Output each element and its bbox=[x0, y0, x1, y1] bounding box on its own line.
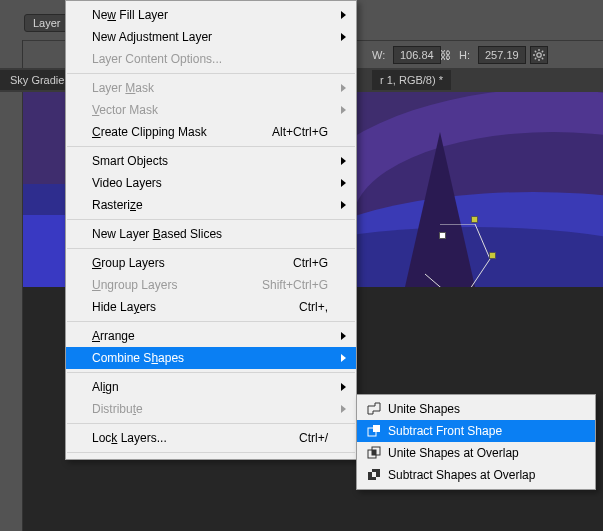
menu-item: Vector Mask bbox=[66, 99, 356, 121]
submenu-arrow-icon bbox=[341, 405, 346, 413]
menu-shortcut: Ctrl+/ bbox=[299, 431, 328, 445]
menu-item-label: Vector Mask bbox=[92, 103, 158, 117]
svg-point-0 bbox=[537, 52, 541, 56]
menu-item-label: New Adjustment Layer bbox=[92, 30, 212, 44]
menu-separator bbox=[67, 73, 355, 74]
menu-item: Ungroup LayersShift+Ctrl+G bbox=[66, 274, 356, 296]
menu-item[interactable]: Video Layers bbox=[66, 172, 356, 194]
menu-item-label: New Fill Layer bbox=[92, 8, 168, 22]
menu-item-label: Layer Mask bbox=[92, 81, 154, 95]
svg-line-8 bbox=[542, 50, 543, 51]
layer-menu-button[interactable]: Layer bbox=[24, 14, 70, 32]
submenu-arrow-icon bbox=[341, 201, 346, 209]
menu-item-label: Video Layers bbox=[92, 176, 162, 190]
menu-separator bbox=[67, 146, 355, 147]
svg-line-6 bbox=[542, 57, 543, 58]
submenu-arrow-icon bbox=[341, 106, 346, 114]
menu-item[interactable]: Create Clipping MaskAlt+Ctrl+G bbox=[66, 121, 356, 143]
menu-item-label: Arrange bbox=[92, 329, 135, 343]
submenu-item[interactable]: Unite Shapes at Overlap bbox=[357, 442, 595, 464]
menu-item[interactable]: Lock Layers...Ctrl+/ bbox=[66, 427, 356, 449]
intersect-icon bbox=[367, 446, 381, 460]
menu-separator bbox=[67, 219, 355, 220]
submenu-item[interactable]: Unite Shapes bbox=[357, 398, 595, 420]
menu-item: Layer Content Options... bbox=[66, 48, 356, 70]
svg-line-7 bbox=[535, 57, 536, 58]
combine-shapes-submenu: Unite ShapesSubtract Front ShapeUnite Sh… bbox=[356, 394, 596, 490]
menu-item[interactable]: New Adjustment Layer bbox=[66, 26, 356, 48]
anchor-point-selected[interactable] bbox=[439, 232, 446, 239]
menu-item[interactable]: Rasterize bbox=[66, 194, 356, 216]
submenu-item-label: Unite Shapes bbox=[388, 402, 460, 416]
menu-item-label: Layer Content Options... bbox=[92, 52, 222, 66]
menu-shortcut: Ctrl+G bbox=[293, 256, 328, 270]
layer-context-menu: New Fill LayerNew Adjustment LayerLayer … bbox=[65, 0, 357, 460]
unite-icon bbox=[367, 402, 381, 416]
menu-item-label: Distribute bbox=[92, 402, 143, 416]
menu-item-label: Create Clipping Mask bbox=[92, 125, 207, 139]
menu-item-label: Group Layers bbox=[92, 256, 165, 270]
menu-item-label: Smart Objects bbox=[92, 154, 168, 168]
menu-item[interactable]: Hide LayersCtrl+, bbox=[66, 296, 356, 318]
menu-item-label: Ungroup Layers bbox=[92, 278, 177, 292]
subtract-icon bbox=[367, 424, 381, 438]
gear-icon[interactable] bbox=[530, 46, 548, 64]
svg-rect-16 bbox=[372, 472, 376, 477]
submenu-arrow-icon bbox=[341, 383, 346, 391]
menu-item-label: Lock Layers... bbox=[92, 431, 167, 445]
menu-item: Distribute bbox=[66, 398, 356, 420]
submenu-arrow-icon bbox=[341, 179, 346, 187]
menu-item[interactable]: New Layer Based Slices bbox=[66, 223, 356, 245]
submenu-arrow-icon bbox=[341, 157, 346, 165]
left-sidebar bbox=[0, 40, 23, 531]
menu-item[interactable]: Arrange bbox=[66, 325, 356, 347]
menu-separator bbox=[67, 321, 355, 322]
width-field[interactable]: 106.84 bbox=[393, 46, 441, 64]
menu-item[interactable]: New Fill Layer bbox=[66, 4, 356, 26]
submenu-item-label: Unite Shapes at Overlap bbox=[388, 446, 519, 460]
menu-shortcut: Alt+Ctrl+G bbox=[272, 125, 328, 139]
menu-separator bbox=[67, 248, 355, 249]
submenu-item[interactable]: Subtract Shapes at Overlap bbox=[357, 464, 595, 486]
menu-separator bbox=[67, 372, 355, 373]
svg-rect-13 bbox=[372, 450, 376, 455]
anchor-point[interactable] bbox=[471, 216, 478, 223]
width-label: W: bbox=[372, 49, 385, 61]
submenu-arrow-icon bbox=[341, 332, 346, 340]
menu-shortcut: Shift+Ctrl+G bbox=[262, 278, 328, 292]
submenu-arrow-icon bbox=[341, 354, 346, 362]
svg-rect-10 bbox=[373, 425, 380, 432]
menu-item: Layer Mask bbox=[66, 77, 356, 99]
submenu-item-label: Subtract Shapes at Overlap bbox=[388, 468, 535, 482]
height-field[interactable]: 257.19 bbox=[478, 46, 526, 64]
tab-document-2[interactable]: r 1, RGB/8) * bbox=[372, 70, 451, 90]
submenu-arrow-icon bbox=[341, 33, 346, 41]
link-wh-icon[interactable]: ⛓ bbox=[440, 49, 451, 61]
menu-separator bbox=[67, 423, 355, 424]
anchor-point[interactable] bbox=[489, 252, 496, 259]
height-label: H: bbox=[459, 49, 470, 61]
submenu-item[interactable]: Subtract Front Shape bbox=[357, 420, 595, 442]
submenu-arrow-icon bbox=[341, 11, 346, 19]
menu-item[interactable]: Group LayersCtrl+G bbox=[66, 252, 356, 274]
menu-item-label: New Layer Based Slices bbox=[92, 227, 222, 241]
svg-line-5 bbox=[535, 50, 536, 51]
submenu-arrow-icon bbox=[341, 84, 346, 92]
menu-item-label: Align bbox=[92, 380, 119, 394]
menu-item[interactable]: Align bbox=[66, 376, 356, 398]
menu-item-label: Combine Shapes bbox=[92, 351, 184, 365]
menu-item[interactable]: Smart Objects bbox=[66, 150, 356, 172]
menu-item-label: Hide Layers bbox=[92, 300, 156, 314]
submenu-item-label: Subtract Front Shape bbox=[388, 424, 502, 438]
menu-item-label: Rasterize bbox=[92, 198, 143, 212]
menu-separator bbox=[67, 452, 355, 453]
menu-shortcut: Ctrl+, bbox=[299, 300, 328, 314]
exclude-icon bbox=[367, 468, 381, 482]
menu-item[interactable]: Combine Shapes bbox=[66, 347, 356, 369]
